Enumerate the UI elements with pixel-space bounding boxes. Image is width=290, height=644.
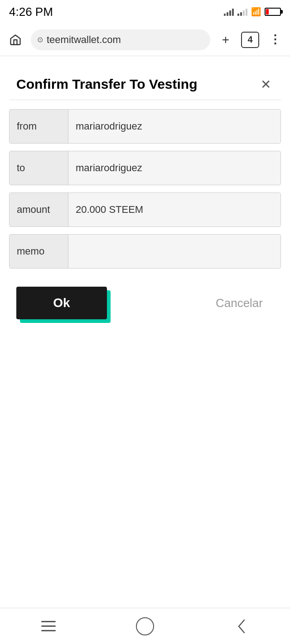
memo-value[interactable] [68, 235, 280, 268]
bottom-nav [0, 608, 290, 644]
url-security-icon: ⊙ [37, 35, 43, 44]
signal-icon-2 [237, 8, 247, 16]
status-icons: 📶 19 [224, 7, 281, 17]
memo-label: memo [10, 235, 68, 268]
amount-field-row: amount 20.000 STEEM [9, 192, 281, 227]
svg-rect-0 [41, 621, 56, 622]
browser-chrome: ⊙ teemitwallet.com + 4 ⋮ [0, 24, 290, 56]
to-label: to [10, 151, 68, 185]
status-bar: 4:26 PM 📶 19 [0, 0, 290, 24]
url-text: teemitwallet.com [47, 34, 121, 46]
from-label: from [10, 110, 68, 143]
from-field-row: from mariarodriguez [9, 109, 281, 144]
nav-home-circle [136, 617, 154, 635]
close-button[interactable]: ✕ [257, 76, 274, 92]
add-tab-button[interactable]: + [218, 32, 234, 48]
ok-button-wrapper: Ok [16, 287, 107, 319]
page-content: Confirm Transfer To Vesting ✕ from maria… [0, 56, 290, 341]
nav-back-button[interactable] [228, 613, 255, 640]
svg-rect-1 [41, 625, 56, 627]
amount-label: amount [10, 193, 68, 226]
svg-rect-2 [41, 630, 56, 631]
confirm-transfer-dialog: Confirm Transfer To Vesting ✕ from maria… [9, 67, 281, 330]
status-time: 4:26 PM [9, 5, 53, 19]
wifi-icon: 📶 [251, 7, 261, 17]
cancel-button[interactable]: Cancelar [107, 296, 274, 310]
dialog-divider [9, 100, 281, 100]
nav-home-button[interactable] [131, 613, 159, 640]
dialog-actions: Ok Cancelar [9, 276, 281, 330]
signal-icon-1 [224, 8, 234, 16]
url-bar[interactable]: ⊙ teemitwallet.com [31, 29, 210, 50]
tab-count-button[interactable]: 4 [241, 32, 259, 48]
nav-menu-button[interactable] [35, 613, 62, 640]
from-value: mariarodriguez [68, 110, 280, 143]
dialog-title: Confirm Transfer To Vesting [16, 77, 198, 92]
browser-home-button[interactable] [7, 32, 24, 48]
dialog-header: Confirm Transfer To Vesting ✕ [9, 67, 281, 100]
amount-value: 20.000 STEEM [68, 193, 280, 226]
ok-button[interactable]: Ok [16, 287, 107, 319]
to-field-row: to mariarodriguez [9, 151, 281, 185]
to-value: mariarodriguez [68, 151, 280, 185]
memo-field-row: memo [9, 234, 281, 269]
more-options-button[interactable]: ⋮ [266, 32, 283, 48]
battery-icon: 19 [265, 8, 281, 16]
